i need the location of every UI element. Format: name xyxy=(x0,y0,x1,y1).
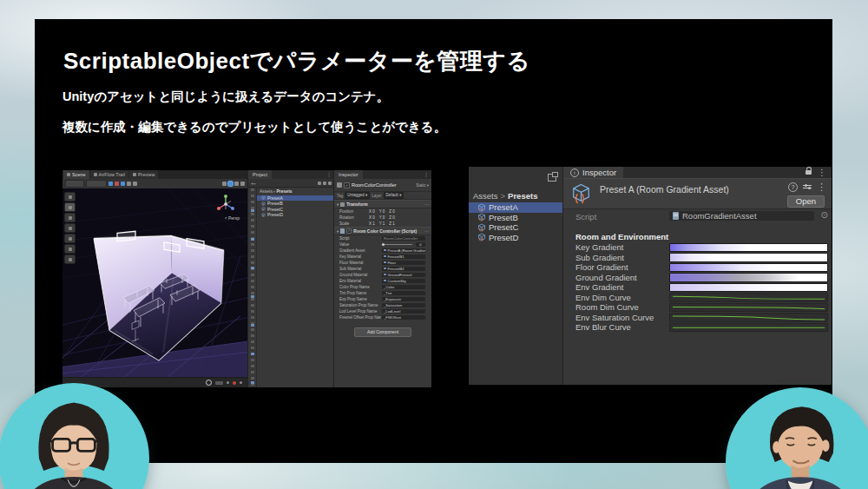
breadcrumb[interactable]: Assets▸Presets xyxy=(257,187,334,195)
property-label: Env Saturation Curve xyxy=(575,313,654,322)
rect-tool-icon[interactable] xyxy=(64,234,76,243)
rotate-tool-icon[interactable] xyxy=(64,213,76,222)
component-menu-icon[interactable]: ⋯ xyxy=(424,228,429,234)
property-value-field[interactable]: 0 xyxy=(416,242,425,247)
curve-field[interactable] xyxy=(669,303,828,313)
gameobject-name[interactable]: RoomColorController xyxy=(352,182,414,188)
curve-field[interactable] xyxy=(669,293,828,302)
component-menu-icon[interactable]: ⋯ xyxy=(424,202,429,207)
scene-dock-tab[interactable]: Preview xyxy=(129,170,159,179)
record-dot-icon[interactable] xyxy=(233,381,236,385)
gradient-field[interactable] xyxy=(669,273,828,282)
presets-icon[interactable] xyxy=(803,183,812,192)
scene-orientation-gizmo[interactable] xyxy=(214,193,237,215)
script-component-header[interactable]: ▾ ✓ Room Color Controller (Script) ⋯ xyxy=(334,227,431,235)
hidden-packages-icon[interactable] xyxy=(323,182,326,185)
transform-row-values[interactable]: X 1 Y 1 Z 1 xyxy=(369,221,395,226)
transform-tool-icon[interactable] xyxy=(64,244,76,254)
lock-icon[interactable] xyxy=(328,182,332,185)
transform-row[interactable]: Rotation X 0 Y 0 Z 0 xyxy=(334,215,431,221)
transform-row-values[interactable]: X 0 Y 0 Z 0 xyxy=(369,215,395,220)
project-folder-tree[interactable] xyxy=(248,187,257,387)
property-value-field[interactable]: _Tint xyxy=(382,291,425,295)
audio-toggle-icon[interactable] xyxy=(121,182,125,186)
create-asset-button[interactable]: +▾ xyxy=(251,181,256,186)
grid-toggle-icon[interactable] xyxy=(222,182,227,186)
property-value-field[interactable]: FresnelB1 xyxy=(382,254,425,259)
gradient-field[interactable] xyxy=(669,283,828,293)
effects-toggle-icon[interactable] xyxy=(127,182,131,186)
tag-dropdown[interactable]: Untagged ▾ xyxy=(345,192,370,199)
kebab-menu-icon[interactable]: ⋮ xyxy=(818,169,826,177)
curve-field[interactable] xyxy=(669,313,828,322)
move-tool-icon[interactable] xyxy=(64,202,76,212)
gizmos-toggle-icon[interactable] xyxy=(228,182,233,186)
foldout-icon[interactable]: ▾ xyxy=(337,229,339,234)
hidden-objects-icon[interactable] xyxy=(133,182,137,186)
more-icon[interactable] xyxy=(240,381,242,384)
tab-project[interactable]: Project xyxy=(248,170,272,179)
static-dropdown[interactable]: Static ▾ xyxy=(416,183,429,188)
transform-row[interactable]: Position X 0 Y 0 Z 0 xyxy=(334,208,431,215)
lock-icon[interactable] xyxy=(806,170,812,175)
active-checkbox[interactable]: ✓ xyxy=(344,182,350,188)
custom-tool-icon[interactable] xyxy=(64,254,76,264)
panel-popout-icon[interactable] xyxy=(548,174,556,182)
scale-tool-icon[interactable] xyxy=(64,223,76,233)
open-button[interactable]: Open xyxy=(787,195,825,208)
kebab-menu-icon[interactable]: ⋮ xyxy=(424,172,429,177)
asset-name: PresetC xyxy=(489,222,518,232)
asset-list-item[interactable]: PresetC xyxy=(469,222,562,233)
property-value-field[interactable]: Floor xyxy=(382,261,425,265)
property-value-field[interactable]: _Saturation xyxy=(382,303,425,307)
tab-inspector[interactable]: Inspector xyxy=(334,170,363,179)
search-icon[interactable] xyxy=(234,182,239,186)
stats-icon[interactable] xyxy=(227,381,229,384)
property-value-field[interactable]: _FWOffset xyxy=(382,315,425,320)
property-value-field[interactable]: _Color xyxy=(382,285,425,289)
gradient-field[interactable] xyxy=(669,253,828,262)
object-picker-icon[interactable]: ⊙ xyxy=(821,211,828,220)
scene-dock-tab[interactable]: AirFlow Trail xyxy=(90,170,128,179)
asset-list-item[interactable]: PresetD xyxy=(257,212,334,218)
help-icon[interactable]: ? xyxy=(788,182,798,192)
add-component-button[interactable]: Add Component xyxy=(354,327,411,337)
speed-indicator-icon[interactable] xyxy=(215,381,223,385)
kebab-menu-icon[interactable]: ⋮ xyxy=(326,172,332,177)
component-enabled-checkbox[interactable]: ✓ xyxy=(346,228,352,234)
transform-component-header[interactable]: ▾ Transform ⋯ xyxy=(334,200,431,208)
play-toggle-icon[interactable] xyxy=(206,380,212,386)
camera-view-dropdown[interactable] xyxy=(86,180,107,188)
gradient-field[interactable] xyxy=(669,263,828,273)
lighting-toggle-icon[interactable] xyxy=(115,182,119,186)
foldout-icon[interactable]: ▾ xyxy=(337,202,339,207)
property-value-field[interactable]: _Exposure xyxy=(382,297,425,301)
more-options-icon[interactable] xyxy=(240,182,245,186)
gizmo-perspective-label[interactable]: < Persp xyxy=(225,215,240,221)
property-value-field[interactable]: _LodLevel xyxy=(382,309,425,314)
search-icon[interactable] xyxy=(318,182,321,185)
scene-dock-tab[interactable]: Scene xyxy=(63,170,89,179)
scene-viewport[interactable]: < Persp xyxy=(62,188,247,378)
draw-mode-dropdown[interactable] xyxy=(65,180,84,188)
kebab-menu-icon[interactable]: ⋮ xyxy=(817,182,826,192)
curve-field[interactable] xyxy=(669,323,828,333)
asset-list-item[interactable]: PresetA xyxy=(469,202,562,213)
layer-dropdown[interactable]: Default ▾ xyxy=(384,192,404,199)
property-value-field[interactable]: CustomSky xyxy=(382,279,425,283)
property-value-field[interactable]: RoomColorController xyxy=(382,236,425,241)
property-rows: Key Gradient Sub Gradient xyxy=(563,241,832,332)
transform-row[interactable]: Scale X 1 Y 1 Z 1 xyxy=(334,221,431,227)
gradient-field[interactable] xyxy=(669,243,828,253)
view-pan-tool-icon[interactable] xyxy=(64,192,76,202)
asset-list-item[interactable]: PresetB xyxy=(469,213,562,223)
asset-list-item[interactable]: PresetD xyxy=(469,233,562,243)
script-object-field[interactable]: RoomGradientAsset xyxy=(669,211,814,221)
property-value-field[interactable]: FresnelB2 xyxy=(382,267,425,271)
tab-inspector[interactable]: i Inspector xyxy=(563,167,623,178)
breadcrumb[interactable]: Assets>Presets xyxy=(473,191,537,201)
2d-toggle-icon[interactable] xyxy=(108,182,113,186)
property-value-field[interactable]: PresetA (Room Gradient Asset) xyxy=(382,248,425,253)
transform-row-values[interactable]: X 0 Y 0 Z 0 xyxy=(369,209,395,214)
property-value-field[interactable]: GroundFresnel xyxy=(382,273,425,277)
